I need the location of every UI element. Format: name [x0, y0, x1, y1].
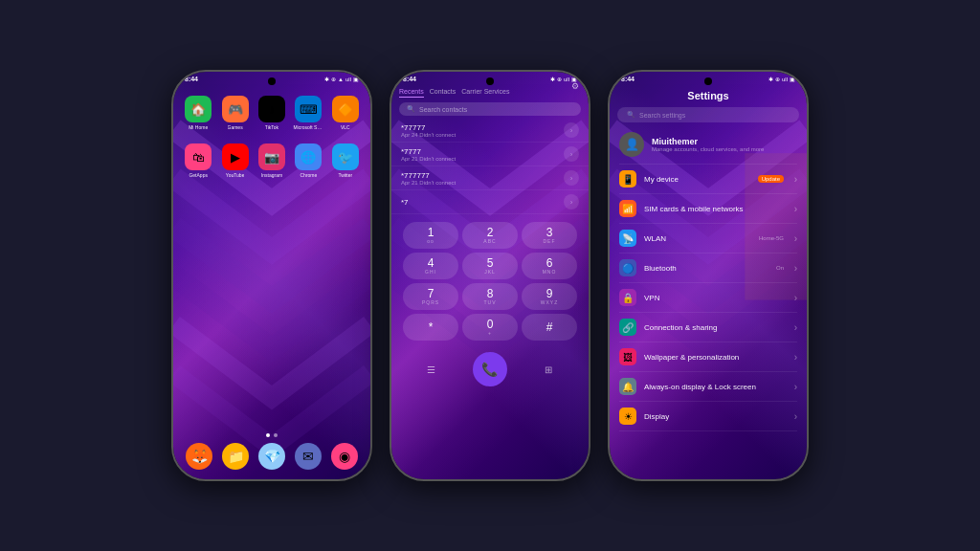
dial-sub: TUV — [484, 299, 497, 305]
recent-call-item[interactable]: *77777 Apr 24 Didn't connect › — [391, 119, 589, 143]
settings-item-connection-sharing[interactable]: 🔗Connection & sharing — [610, 314, 807, 341]
punch-hole — [268, 77, 276, 85]
settings-item-wlan[interactable]: 📡WLANHome-5G — [610, 225, 807, 252]
dial-main: 0 — [487, 319, 494, 330]
dock-icon-firefox[interactable]: 🦊 — [186, 443, 212, 470]
app-icon-games[interactable]: 🎮Games — [219, 96, 250, 130]
status-time: 8:44 — [403, 76, 416, 82]
tab-recents[interactable]: Recents — [399, 86, 424, 98]
call-number: *7777 — [401, 147, 456, 156]
dial-key-#[interactable]: # — [522, 314, 577, 341]
dial-key-6[interactable]: 6 MNO — [522, 253, 577, 279]
divider — [619, 253, 797, 253]
search-icon: 🔍 — [627, 111, 635, 119]
call-detail: Apr 24 Didn't connect — [401, 132, 456, 138]
app-icon-youtube[interactable]: ▶YouTube — [219, 143, 250, 178]
settings-content: 8:44 ✱⊕ull▣ Settings 🔍 Search settings 👤… — [610, 72, 807, 479]
settings-value-bluetooth: On — [776, 265, 784, 271]
dial-sub: PQRS — [422, 299, 439, 305]
app-icon-chrome[interactable]: 🌐Chrome — [293, 143, 323, 178]
settings-item-icon-bluetooth: 🔵 — [619, 259, 636, 276]
dial-key-7[interactable]: 7 PQRS — [403, 283, 458, 310]
settings-label-always-on: Always-on display & Lock screen — [644, 383, 797, 391]
settings-label-wallpaper: Wallpaper & personalization — [644, 353, 797, 362]
app-label-youtube: YouTube — [226, 172, 245, 178]
call-number: *77777 — [401, 123, 456, 132]
settings-item-always-on[interactable]: 🔔Always-on display & Lock screen — [610, 373, 807, 400]
status-time: 8:44 — [621, 76, 635, 82]
app-label-mi-home: Mi Home — [189, 124, 208, 130]
app-icon-img-twitter: 🐦 — [332, 143, 359, 170]
settings-item-my-device[interactable]: 📱My deviceUpdate — [610, 165, 807, 192]
divider — [619, 371, 797, 372]
app-icon-vlc[interactable]: 🔶VLC — [330, 96, 361, 130]
settings-item-wallpaper[interactable]: 🖼Wallpaper & personalization — [610, 343, 807, 370]
app-icon-img-instagram: 📷 — [258, 143, 285, 170]
profile-name: Miuithemer — [652, 137, 764, 146]
search-icon: 🔍 — [407, 105, 415, 113]
app-icon-img-youtube: ▶ — [222, 143, 249, 170]
divider — [619, 342, 797, 342]
app-grid-row2: 🛍GetApps▶YouTube📷Instagram🌐Chrome🐦Twitte… — [173, 136, 370, 186]
dial-key-9[interactable]: 9 WXYZ — [522, 283, 577, 310]
dial-keypad-button[interactable]: ⊞ — [533, 354, 564, 385]
search-contacts[interactable]: 🔍 Search contacts — [399, 102, 581, 116]
settings-label-wlan: WLAN — [644, 234, 751, 243]
recent-call-item[interactable]: *7 › — [391, 190, 589, 214]
dial-key-*[interactable]: * — [403, 314, 458, 341]
recent-call-item[interactable]: *777777 Apr 21 Didn't connect › — [391, 166, 589, 190]
app-icon-twitter[interactable]: 🐦Twitter — [330, 143, 361, 178]
app-icon-tiktok[interactable]: ♪TikTok — [256, 96, 287, 130]
settings-list: 📱My deviceUpdate📶SIM cards & mobile netw… — [610, 165, 807, 431]
settings-item-icon-always-on: 🔔 — [619, 378, 636, 395]
dial-main: 9 — [546, 288, 553, 299]
divider — [619, 193, 797, 194]
app-icon-img-games: 🎮 — [222, 96, 249, 122]
phone-dialer: 8:44 ✱⊕ull▣ ⚙ Recents Contacts Carrier S… — [390, 70, 590, 481]
dock-icon-folder[interactable]: 📁 — [222, 443, 249, 470]
profile-avatar: 👤 — [619, 132, 644, 157]
app-icon-getapps[interactable]: 🛍GetApps — [183, 143, 213, 178]
homescreen-content: 8:44 ✱ ⊕ ▲ ull ▣ 🏠Mi Home🎮Games♪TikTok⌨M… — [173, 72, 370, 479]
app-icon-instagram[interactable]: 📷Instagram — [256, 143, 287, 178]
recent-call-item[interactable]: *7777 Apr 21 Didn't connect › — [391, 143, 589, 166]
dial-pad: 1 oo 2 ABC 3 DEF 4 GHI 5 JKL 6 MNO 7 PQR… — [391, 216, 589, 346]
dial-key-4[interactable]: 4 GHI — [403, 253, 458, 279]
dial-main: 8 — [487, 288, 494, 299]
dial-key-8[interactable]: 8 TUV — [462, 283, 518, 310]
dial-key-5[interactable]: 5 JKL — [462, 253, 518, 279]
tab-carrier[interactable]: Carrier Services — [461, 86, 509, 98]
settings-badge-my-device: Update — [758, 175, 784, 183]
app-label-twitter: Twitter — [338, 172, 352, 178]
call-chevron-icon: › — [564, 170, 579, 186]
app-icon-img-chrome: 🌐 — [295, 143, 322, 170]
dial-key-0[interactable]: 0 + — [462, 314, 518, 341]
app-label-tiktok: TikTok — [265, 124, 278, 130]
app-label-vlc: VLC — [341, 124, 350, 130]
dock-icon-3d[interactable]: 💎 — [258, 443, 285, 470]
dial-call-button[interactable]: 📞 — [473, 352, 507, 386]
dial-key-1[interactable]: 1 oo — [403, 222, 458, 249]
settings-item-icon-my-device: 📱 — [619, 170, 636, 187]
app-icon-mi-home[interactable]: 🏠Mi Home — [183, 96, 213, 130]
dial-sub: oo — [427, 238, 434, 244]
settings-item-sim-cards[interactable]: 📶SIM cards & mobile networks — [610, 195, 807, 222]
dock-icon-mail[interactable]: ✉ — [295, 443, 322, 470]
settings-profile[interactable]: 👤 Miuithemer Manage accounts, cloud serv… — [610, 126, 807, 163]
divider — [619, 401, 797, 402]
tab-contacts[interactable]: Contacts — [430, 86, 457, 98]
settings-item-bluetooth[interactable]: 🔵BluetoothOn — [610, 254, 807, 281]
app-icon-swiftkey[interactable]: ⌨Microsoft SwiftKey Ke... — [293, 96, 323, 130]
settings-item-display[interactable]: ☀Display — [610, 403, 807, 430]
settings-item-vpn[interactable]: 🔒VPN — [610, 284, 807, 311]
settings-search[interactable]: 🔍 Search settings — [617, 107, 799, 122]
dialer-tabs: Recents Contacts Carrier Services — [391, 84, 589, 99]
dial-key-3[interactable]: 3 DEF — [522, 222, 577, 249]
divider — [619, 223, 797, 224]
dial-key-2[interactable]: 2 ABC — [462, 222, 518, 249]
punch-hole — [704, 77, 712, 85]
recent-calls-list: *77777 Apr 24 Didn't connect › *7777 Apr… — [391, 119, 589, 214]
app-icon-img-mi-home: 🏠 — [185, 96, 212, 122]
dock-icon-miui[interactable]: ◉ — [331, 443, 358, 470]
dial-menu-button[interactable]: ☰ — [416, 354, 447, 385]
